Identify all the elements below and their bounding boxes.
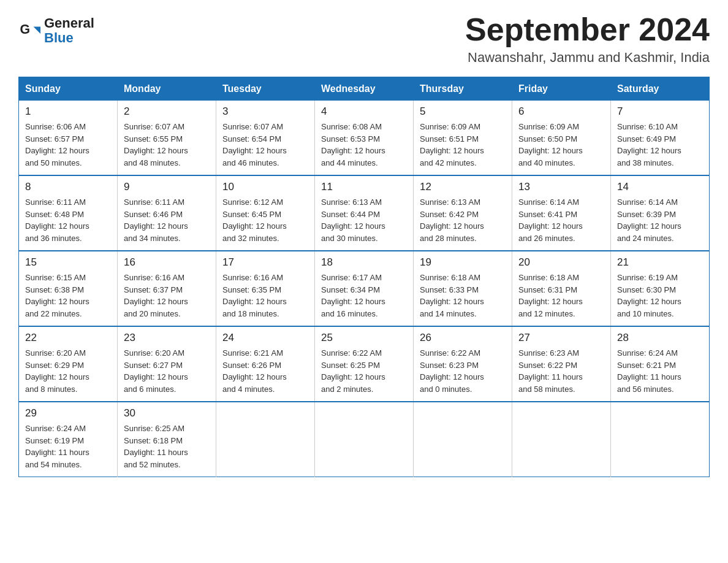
day-info-line: Sunset: 6:26 PM	[222, 359, 308, 372]
day-info-line: and 0 minutes.	[420, 383, 506, 396]
day-info-line: Daylight: 12 hours	[420, 145, 506, 157]
logo-icon: G	[18, 20, 40, 42]
day-info-line: Sunrise: 6:25 AM	[124, 423, 210, 435]
logo-blue-text: Blue	[44, 31, 94, 45]
day-info-line: Sunrise: 6:07 AM	[124, 121, 210, 133]
day-info: Sunrise: 6:09 AMSunset: 6:50 PMDaylight:…	[518, 121, 604, 169]
day-number: 3	[222, 105, 308, 118]
day-info: Sunrise: 6:24 AMSunset: 6:21 PMDaylight:…	[617, 347, 703, 395]
day-cell: 20Sunrise: 6:18 AMSunset: 6:31 PMDayligh…	[512, 251, 611, 326]
page: G General Blue September 2024 Nawanshahr…	[0, 0, 728, 496]
day-info: Sunrise: 6:16 AMSunset: 6:37 PMDaylight:…	[124, 272, 210, 320]
day-info-line: Sunset: 6:45 PM	[222, 209, 308, 221]
day-cell: 5Sunrise: 6:09 AMSunset: 6:51 PMDaylight…	[414, 101, 512, 175]
day-info-line: and 24 minutes.	[617, 232, 703, 245]
day-info: Sunrise: 6:22 AMSunset: 6:23 PMDaylight:…	[420, 347, 506, 395]
day-number: 10	[222, 181, 308, 193]
day-number: 21	[617, 256, 703, 269]
day-info-line: and 8 minutes.	[25, 383, 111, 396]
day-cell	[414, 402, 512, 477]
day-info-line: Sunrise: 6:08 AM	[321, 121, 407, 133]
day-info: Sunrise: 6:18 AMSunset: 6:33 PMDaylight:…	[420, 272, 506, 320]
week-row-3: 15Sunrise: 6:15 AMSunset: 6:38 PMDayligh…	[19, 251, 710, 326]
day-info-line: Sunset: 6:30 PM	[617, 284, 703, 296]
day-info-line: and 36 minutes.	[25, 232, 111, 245]
day-info-line: Sunrise: 6:10 AM	[617, 121, 703, 133]
day-cell: 7Sunrise: 6:10 AMSunset: 6:49 PMDaylight…	[611, 101, 710, 175]
day-info-line: Sunset: 6:48 PM	[25, 209, 111, 221]
day-number: 18	[321, 256, 407, 269]
day-info-line: and 46 minutes.	[222, 157, 308, 169]
day-info-line: Sunset: 6:34 PM	[321, 284, 407, 296]
day-info-line: Sunset: 6:38 PM	[25, 284, 111, 296]
day-cell: 18Sunrise: 6:17 AMSunset: 6:34 PMDayligh…	[315, 251, 414, 326]
day-info: Sunrise: 6:24 AMSunset: 6:19 PMDaylight:…	[25, 423, 111, 470]
day-info: Sunrise: 6:18 AMSunset: 6:31 PMDaylight:…	[518, 272, 604, 320]
day-info-line: Daylight: 12 hours	[518, 220, 604, 232]
day-info-line: Daylight: 12 hours	[222, 145, 308, 157]
day-number: 24	[222, 332, 308, 344]
day-cell: 22Sunrise: 6:20 AMSunset: 6:29 PMDayligh…	[19, 326, 118, 402]
day-info-line: Daylight: 12 hours	[124, 296, 210, 308]
header-saturday: Saturday	[611, 77, 710, 101]
day-info-line: and 58 minutes.	[518, 383, 604, 396]
day-info-line: Sunset: 6:44 PM	[321, 209, 407, 221]
day-info: Sunrise: 6:08 AMSunset: 6:53 PMDaylight:…	[321, 121, 407, 169]
day-cell: 19Sunrise: 6:18 AMSunset: 6:33 PMDayligh…	[414, 251, 512, 326]
day-info-line: Sunset: 6:46 PM	[124, 209, 210, 221]
day-cell: 11Sunrise: 6:13 AMSunset: 6:44 PMDayligh…	[315, 175, 414, 251]
day-number: 26	[420, 332, 506, 344]
day-info-line: and 54 minutes.	[25, 459, 111, 471]
day-cell: 2Sunrise: 6:07 AMSunset: 6:55 PMDaylight…	[118, 101, 216, 175]
day-info-line: and 30 minutes.	[321, 232, 407, 245]
day-info-line: and 48 minutes.	[124, 157, 210, 169]
day-info-line: Sunset: 6:53 PM	[321, 133, 407, 145]
day-info-line: Daylight: 11 hours	[617, 371, 703, 383]
calendar-body: 1Sunrise: 6:06 AMSunset: 6:57 PMDaylight…	[19, 101, 710, 477]
day-info-line: Daylight: 12 hours	[420, 296, 506, 308]
day-info-line: Sunrise: 6:16 AM	[124, 272, 210, 284]
day-info-line: Sunset: 6:51 PM	[420, 133, 506, 145]
day-info-line: and 16 minutes.	[321, 308, 407, 320]
day-cell: 15Sunrise: 6:15 AMSunset: 6:38 PMDayligh…	[19, 251, 118, 326]
day-info-line: Sunrise: 6:13 AM	[321, 196, 407, 209]
day-cell: 9Sunrise: 6:11 AMSunset: 6:46 PMDaylight…	[118, 175, 216, 251]
header-thursday: Thursday	[414, 77, 512, 101]
logo-general-text: General	[44, 16, 94, 31]
day-info-line: Daylight: 12 hours	[124, 371, 210, 383]
day-info-line: Sunrise: 6:19 AM	[617, 272, 703, 284]
day-cell	[315, 402, 414, 477]
day-info-line: Daylight: 12 hours	[222, 371, 308, 383]
day-cell: 6Sunrise: 6:09 AMSunset: 6:50 PMDaylight…	[512, 101, 611, 175]
day-info-line: Sunrise: 6:09 AM	[420, 121, 506, 133]
day-info-line: Sunrise: 6:20 AM	[124, 347, 210, 359]
day-info-line: Daylight: 12 hours	[321, 371, 407, 383]
week-row-1: 1Sunrise: 6:06 AMSunset: 6:57 PMDaylight…	[19, 101, 710, 175]
day-number: 6	[518, 105, 604, 118]
day-number: 27	[518, 332, 604, 344]
day-cell: 4Sunrise: 6:08 AMSunset: 6:53 PMDaylight…	[315, 101, 414, 175]
location: Nawanshahr, Jammu and Kashmir, India	[465, 50, 710, 66]
day-info-line: Sunrise: 6:23 AM	[518, 347, 604, 359]
day-info-line: Sunrise: 6:14 AM	[617, 196, 703, 209]
day-info-line: Sunrise: 6:24 AM	[25, 423, 111, 435]
day-cell: 29Sunrise: 6:24 AMSunset: 6:19 PMDayligh…	[19, 402, 118, 477]
header: G General Blue September 2024 Nawanshahr…	[18, 12, 710, 66]
day-info-line: Daylight: 12 hours	[222, 220, 308, 232]
day-number: 16	[124, 256, 210, 269]
day-info-line: and 10 minutes.	[617, 308, 703, 320]
day-info-line: Sunrise: 6:18 AM	[518, 272, 604, 284]
day-cell: 23Sunrise: 6:20 AMSunset: 6:27 PMDayligh…	[118, 326, 216, 402]
day-info-line: Sunset: 6:25 PM	[321, 359, 407, 372]
day-number: 23	[124, 332, 210, 344]
day-info-line: Sunrise: 6:20 AM	[25, 347, 111, 359]
day-info-line: Sunrise: 6:06 AM	[25, 121, 111, 133]
day-info: Sunrise: 6:22 AMSunset: 6:25 PMDaylight:…	[321, 347, 407, 395]
day-number: 11	[321, 181, 407, 193]
day-cell: 17Sunrise: 6:16 AMSunset: 6:35 PMDayligh…	[216, 251, 315, 326]
day-info-line: Daylight: 12 hours	[420, 371, 506, 383]
header-tuesday: Tuesday	[216, 77, 315, 101]
day-info-line: Daylight: 12 hours	[25, 145, 111, 157]
header-friday: Friday	[512, 77, 611, 101]
day-number: 25	[321, 332, 407, 344]
